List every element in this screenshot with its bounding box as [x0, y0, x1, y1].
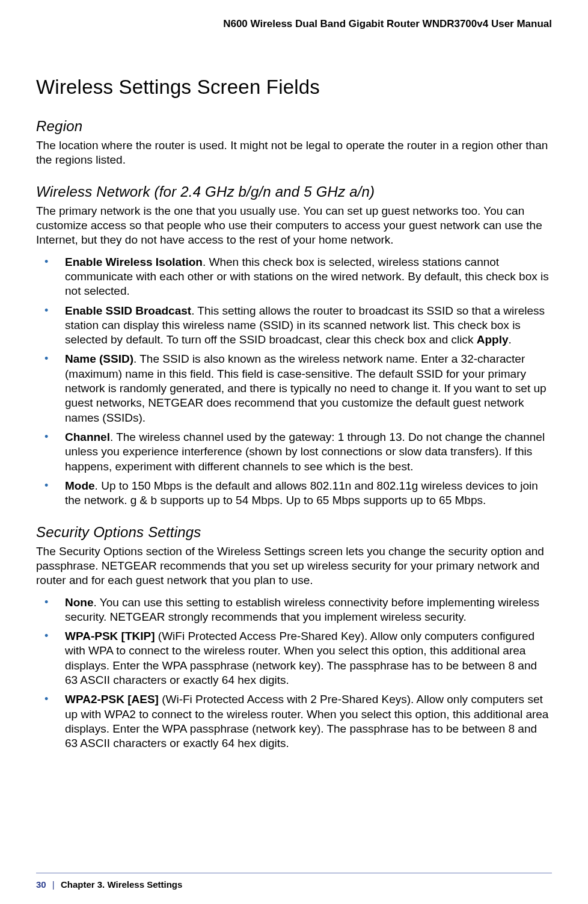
page-footer: 30 | Chapter 3. Wireless Settings: [0, 873, 588, 890]
list-item: WPA2-PSK [AES] (Wi-Fi Protected Access w…: [36, 692, 552, 751]
page-number: 30: [36, 879, 46, 890]
desc: . You can use this setting to establish …: [65, 596, 539, 623]
term: Enable Wireless Isolation: [65, 256, 203, 268]
footer-separator: |: [52, 879, 55, 890]
section-wireless-heading: Wireless Network (for 2.4 GHz b/g/n and …: [36, 183, 552, 200]
footer-line: 30 | Chapter 3. Wireless Settings: [36, 879, 552, 890]
list-item: Mode. Up to 150 Mbps is the default and …: [36, 479, 552, 508]
page-title: Wireless Settings Screen Fields: [36, 76, 552, 99]
term: Mode: [65, 479, 95, 492]
list-item: None. You can use this setting to establ…: [36, 595, 552, 625]
desc: . The SSID is also known as the wireless…: [65, 352, 547, 423]
wireless-items-list: Enable Wireless Isolation. When this che…: [36, 255, 552, 508]
term: None: [65, 596, 94, 609]
list-item: Channel. The wireless channel used by th…: [36, 430, 552, 474]
header-title: N600 Wireless Dual Band Gigabit Router W…: [36, 18, 552, 34]
section-wireless-intro: The primary network is the one that you …: [36, 204, 552, 248]
term: WPA2-PSK [AES]: [65, 693, 159, 706]
section-security-intro: The Security Options section of the Wire…: [36, 544, 552, 588]
footer-rule: [36, 873, 552, 873]
section-region-heading: Region: [36, 118, 552, 135]
desc: . Up to 150 Mbps is the default and allo…: [65, 479, 538, 506]
page-content: N600 Wireless Dual Band Gigabit Router W…: [0, 0, 588, 751]
chapter-label: Chapter 3. Wireless Settings: [61, 879, 182, 890]
list-item: Enable SSID Broadcast. This setting allo…: [36, 304, 552, 348]
term: Name (SSID): [65, 352, 133, 365]
section-security-heading: Security Options Settings: [36, 524, 552, 541]
list-item: WPA-PSK [TKIP] (WiFi Protected Access Pr…: [36, 629, 552, 687]
list-item: Name (SSID). The SSID is also known as t…: [36, 352, 552, 425]
apply-word: Apply: [477, 333, 509, 346]
desc-post: .: [509, 333, 512, 346]
section-region-body: The location where the router is used. I…: [36, 138, 552, 168]
term: Channel: [65, 431, 110, 443]
security-items-list: None. You can use this setting to establ…: [36, 595, 552, 751]
desc: . The wireless channel used by the gatew…: [65, 431, 545, 473]
list-item: Enable Wireless Isolation. When this che…: [36, 255, 552, 299]
term: WPA-PSK [TKIP]: [65, 630, 155, 642]
term: Enable SSID Broadcast: [65, 304, 191, 317]
